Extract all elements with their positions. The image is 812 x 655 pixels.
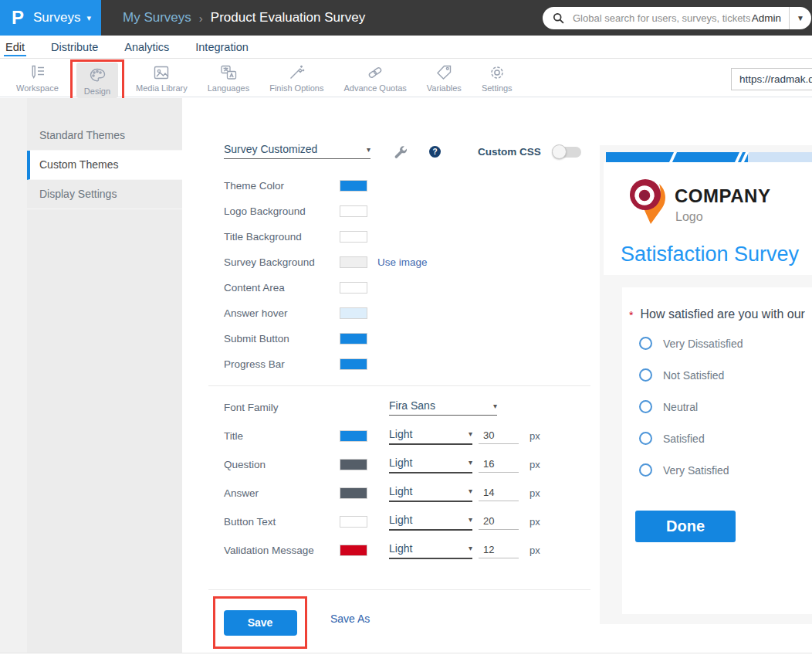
breadcrumb-my-surveys[interactable]: My Surveys bbox=[123, 10, 191, 25]
color-row-logo-background: Logo Background bbox=[224, 199, 579, 224]
radio-option-very-satisfied[interactable]: Very Satisfied bbox=[639, 463, 729, 477]
validation-size-input[interactable] bbox=[479, 542, 519, 558]
radio-option-very-dissatisfied[interactable]: Very Dissatisfied bbox=[639, 337, 743, 350]
preview-header: COMPANY Logo Satisfaction Survey bbox=[604, 162, 812, 275]
survey-background-swatch[interactable] bbox=[340, 256, 367, 268]
toolbar-settings-button[interactable]: Settings bbox=[472, 59, 523, 93]
title-size-input[interactable] bbox=[479, 428, 519, 444]
custom-css-toggle[interactable] bbox=[553, 147, 581, 158]
product-menu-label: Surveys bbox=[33, 10, 80, 25]
survey-title: Satisfaction Survey bbox=[621, 243, 799, 266]
done-button[interactable]: Done bbox=[635, 511, 736, 542]
save-as-link[interactable]: Save As bbox=[330, 613, 370, 625]
button-text-size-input[interactable] bbox=[479, 514, 519, 530]
color-row-answer-hover: Answer hover bbox=[224, 300, 579, 326]
radio-icon[interactable] bbox=[639, 368, 652, 382]
toolbar-finish-options-button[interactable]: Finish Options bbox=[259, 59, 333, 93]
toggle-knob bbox=[552, 144, 567, 159]
button-text-color-swatch[interactable] bbox=[340, 516, 367, 528]
search-icon bbox=[552, 12, 565, 25]
color-row-survey-background: Survey Background Use image bbox=[224, 249, 579, 275]
answer-weight-select[interactable]: Light ▾ bbox=[389, 485, 472, 502]
nav-tab-integration[interactable]: Integration bbox=[194, 37, 250, 57]
title-background-swatch[interactable] bbox=[340, 231, 367, 243]
font-row-title: Title Light ▾ px bbox=[224, 422, 594, 450]
progress-bar-fill bbox=[606, 152, 748, 162]
question-color-swatch[interactable] bbox=[340, 459, 367, 470]
validation-color-swatch[interactable] bbox=[340, 545, 367, 556]
company-logo-text: COMPANY bbox=[675, 185, 770, 207]
save-button[interactable]: Save bbox=[224, 610, 297, 636]
button-text-weight-select[interactable]: Light ▾ bbox=[389, 514, 472, 531]
window-bottom-edge bbox=[0, 653, 812, 653]
sidebar-item-custom-themes[interactable]: Custom Themes bbox=[27, 151, 182, 180]
progress-bar-swatch[interactable] bbox=[340, 358, 367, 370]
answer-size-input[interactable] bbox=[479, 485, 519, 501]
product-logo-menu[interactable]: P Surveys ▾ bbox=[0, 0, 101, 36]
chevron-down-icon: ▾ bbox=[469, 515, 472, 527]
wrench-icon[interactable] bbox=[392, 144, 409, 161]
question-size-input[interactable] bbox=[479, 456, 519, 473]
custom-css-label: Custom CSS bbox=[478, 146, 541, 158]
search-input[interactable] bbox=[571, 12, 752, 25]
radio-icon[interactable] bbox=[639, 400, 652, 413]
radio-option-not-satisfied[interactable]: Not Satisfied bbox=[639, 368, 724, 382]
answer-hover-swatch[interactable] bbox=[340, 307, 367, 319]
survey-url-input[interactable] bbox=[732, 73, 812, 85]
radio-option-neutral[interactable]: Neutral bbox=[639, 400, 698, 413]
font-row-button-text: Button Text Light ▾ px bbox=[224, 507, 594, 536]
theme-sidebar: Standard Themes Custom Themes Display Se… bbox=[27, 98, 182, 653]
divider bbox=[208, 589, 590, 590]
company-logo-subtext: Logo bbox=[675, 210, 703, 224]
help-icon[interactable]: ? bbox=[429, 146, 441, 158]
chevron-down-icon: ▾ bbox=[469, 544, 472, 555]
nav-tab-analytics[interactable]: Analytics bbox=[123, 37, 171, 57]
nav-tab-edit[interactable]: Edit bbox=[4, 37, 26, 57]
theme-preset-select[interactable]: Survey Customized ▾ bbox=[224, 143, 370, 159]
radio-icon[interactable] bbox=[639, 432, 652, 445]
sidebar-item-display-settings[interactable]: Display Settings bbox=[27, 180, 182, 209]
content-area-swatch[interactable] bbox=[340, 282, 367, 294]
account-chevron-down-icon[interactable]: ▼ bbox=[789, 7, 811, 29]
toolbar-languages-button[interactable]: Languages bbox=[198, 59, 259, 93]
breadcrumb: My Surveys › Product Evaluation Survey bbox=[123, 10, 365, 25]
validation-weight-select[interactable]: Light ▾ bbox=[389, 542, 472, 559]
title-color-swatch[interactable] bbox=[340, 430, 367, 442]
settings-gear-icon bbox=[488, 63, 506, 82]
survey-toolbar: Workspace Design Media Library Languages… bbox=[0, 59, 812, 97]
toolbar-media-library-button[interactable]: Media Library bbox=[126, 59, 198, 93]
toolbar-advance-quotas-button[interactable]: Advance Quotas bbox=[333, 59, 416, 93]
radio-option-satisfied[interactable]: Satisfied bbox=[639, 432, 705, 445]
advance-quotas-icon bbox=[366, 63, 384, 82]
variables-icon bbox=[435, 63, 453, 82]
toolbar-workspace-button[interactable]: Workspace bbox=[6, 59, 69, 93]
toolbar-design-button[interactable]: Design bbox=[76, 63, 118, 98]
color-row-theme-color: Theme Color bbox=[224, 173, 579, 199]
annotation-save-highlight: Save bbox=[213, 596, 307, 649]
font-family-select[interactable]: Fira Sans ▾ bbox=[389, 399, 497, 416]
radio-icon[interactable] bbox=[639, 337, 652, 350]
languages-icon bbox=[219, 63, 238, 82]
title-weight-select[interactable]: Light ▾ bbox=[389, 428, 472, 445]
answer-color-swatch[interactable] bbox=[340, 487, 367, 499]
submit-button-swatch[interactable] bbox=[340, 333, 367, 344]
toolbar-variables-button[interactable]: Variables bbox=[417, 59, 472, 93]
logo-background-swatch[interactable] bbox=[340, 205, 367, 217]
nav-tab-distribute[interactable]: Distribute bbox=[49, 37, 100, 57]
workspace-icon bbox=[28, 63, 46, 82]
theme-color-swatch[interactable] bbox=[340, 180, 367, 192]
account-menu-label[interactable]: Admin bbox=[752, 12, 781, 24]
breadcrumb-separator: › bbox=[199, 12, 203, 25]
proprofs-logo-icon: P bbox=[12, 7, 24, 29]
sidebar-item-standard-themes[interactable]: Standard Themes bbox=[27, 121, 182, 151]
color-row-title-background: Title Background bbox=[224, 224, 579, 249]
color-row-content-area: Content Area bbox=[224, 275, 579, 300]
radio-icon[interactable] bbox=[639, 463, 652, 477]
theme-editor: Survey Customized ▾ ? Custom CSS Theme C… bbox=[182, 98, 601, 653]
chevron-down-icon: ▾ bbox=[367, 145, 370, 157]
use-image-link[interactable]: Use image bbox=[377, 256, 428, 268]
divider bbox=[208, 385, 590, 386]
question-weight-select[interactable]: Light ▾ bbox=[389, 456, 472, 473]
chevron-down-icon: ▾ bbox=[469, 458, 472, 470]
top-bar: P Surveys ▾ My Surveys › Product Evaluat… bbox=[0, 0, 812, 36]
